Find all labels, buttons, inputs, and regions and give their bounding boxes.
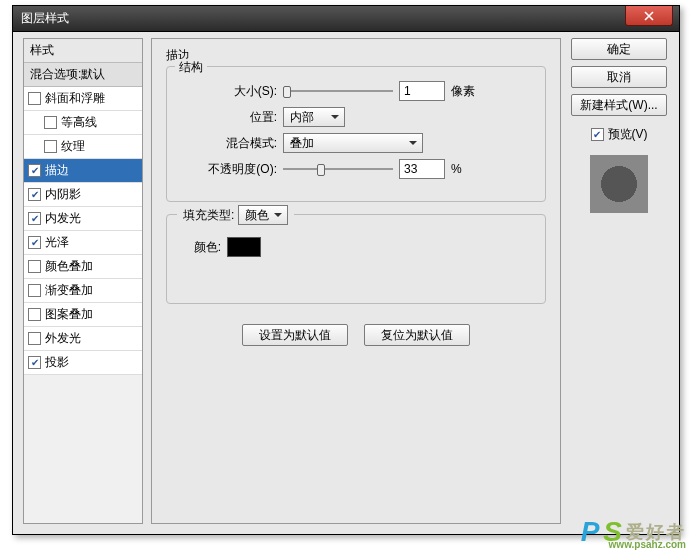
- cancel-button[interactable]: 取消: [571, 66, 667, 88]
- new-style-button[interactable]: 新建样式(W)...: [571, 94, 667, 116]
- size-slider[interactable]: [283, 82, 393, 100]
- style-item-label: 图案叠加: [45, 306, 93, 323]
- right-panel: 确定 取消 新建样式(W)... 预览(V): [569, 38, 669, 524]
- style-item-label: 颜色叠加: [45, 258, 93, 275]
- watermark: PS 爱好者 www.psahz.com: [581, 516, 686, 548]
- style-checkbox[interactable]: [28, 188, 41, 201]
- blendmode-label: 混合模式:: [181, 135, 277, 152]
- structure-legend: 结构: [175, 59, 207, 76]
- size-label: 大小(S):: [181, 83, 277, 100]
- style-item-label: 外发光: [45, 330, 81, 347]
- opacity-input[interactable]: 33: [399, 159, 445, 179]
- fill-fieldset: 填充类型: 颜色 颜色:: [166, 214, 546, 304]
- style-checkbox[interactable]: [28, 164, 41, 177]
- color-row: 颜色:: [181, 237, 531, 257]
- style-item-纹理[interactable]: 纹理: [24, 135, 142, 159]
- blendmode-select[interactable]: 叠加: [283, 133, 423, 153]
- style-checkbox[interactable]: [44, 116, 57, 129]
- color-swatch[interactable]: [227, 237, 261, 257]
- style-item-斜面和浮雕[interactable]: 斜面和浮雕: [24, 87, 142, 111]
- blending-options[interactable]: 混合选项:默认: [24, 63, 142, 87]
- style-item-label: 光泽: [45, 234, 69, 251]
- options-panel: 描边 结构 大小(S): 1 像素 位置: 内部: [151, 38, 561, 524]
- style-item-渐变叠加[interactable]: 渐变叠加: [24, 279, 142, 303]
- filltype-row: 填充类型: 颜色: [177, 205, 294, 225]
- watermark-url: www.psahz.com: [609, 539, 686, 550]
- close-icon: [644, 11, 654, 21]
- style-item-label: 投影: [45, 354, 69, 371]
- dialog-body: 样式 混合选项:默认 斜面和浮雕等高线纹理描边内阴影内发光光泽颜色叠加渐变叠加图…: [13, 32, 679, 534]
- style-item-图案叠加[interactable]: 图案叠加: [24, 303, 142, 327]
- close-button[interactable]: [625, 6, 673, 26]
- structure-fieldset: 结构 大小(S): 1 像素 位置: 内部 混合模式:: [166, 66, 546, 202]
- filltype-label: 填充类型:: [183, 207, 234, 224]
- style-item-颜色叠加[interactable]: 颜色叠加: [24, 255, 142, 279]
- opacity-slider[interactable]: [283, 160, 393, 178]
- style-checkbox[interactable]: [28, 236, 41, 249]
- title-bar[interactable]: 图层样式: [13, 6, 679, 32]
- style-item-label: 纹理: [61, 138, 85, 155]
- style-checkbox[interactable]: [28, 260, 41, 273]
- preview-row: 预览(V): [591, 126, 648, 143]
- style-item-光泽[interactable]: 光泽: [24, 231, 142, 255]
- window-title: 图层样式: [21, 10, 69, 27]
- bottom-buttons: 设置为默认值 复位为默认值: [166, 324, 546, 346]
- opacity-unit: %: [451, 162, 462, 176]
- style-checkbox[interactable]: [28, 308, 41, 321]
- style-checkbox[interactable]: [28, 92, 41, 105]
- reset-default-button[interactable]: 复位为默认值: [364, 324, 470, 346]
- style-item-内发光[interactable]: 内发光: [24, 207, 142, 231]
- style-item-label: 斜面和浮雕: [45, 90, 105, 107]
- position-select[interactable]: 内部: [283, 107, 345, 127]
- preview-checkbox[interactable]: [591, 128, 604, 141]
- ok-button[interactable]: 确定: [571, 38, 667, 60]
- style-item-label: 描边: [45, 162, 69, 179]
- style-item-label: 内发光: [45, 210, 81, 227]
- styles-header[interactable]: 样式: [24, 39, 142, 63]
- section-title: 描边: [166, 47, 546, 64]
- set-default-button[interactable]: 设置为默认值: [242, 324, 348, 346]
- position-row: 位置: 内部: [181, 107, 531, 127]
- style-checkbox[interactable]: [28, 332, 41, 345]
- style-item-描边[interactable]: 描边: [24, 159, 142, 183]
- position-label: 位置:: [181, 109, 277, 126]
- filltype-select[interactable]: 颜色: [238, 205, 288, 225]
- style-item-投影[interactable]: 投影: [24, 351, 142, 375]
- size-unit: 像素: [451, 83, 475, 100]
- opacity-row: 不透明度(O): 33 %: [181, 159, 531, 179]
- watermark-p: P: [581, 516, 600, 548]
- preview-label: 预览(V): [608, 126, 648, 143]
- style-checkbox[interactable]: [28, 284, 41, 297]
- opacity-label: 不透明度(O):: [181, 161, 277, 178]
- preview-thumbnail: [590, 155, 648, 213]
- style-item-label: 内阴影: [45, 186, 81, 203]
- style-item-label: 等高线: [61, 114, 97, 131]
- style-checkbox[interactable]: [28, 356, 41, 369]
- size-row: 大小(S): 1 像素: [181, 81, 531, 101]
- color-label: 颜色:: [181, 239, 221, 256]
- style-item-外发光[interactable]: 外发光: [24, 327, 142, 351]
- style-item-等高线[interactable]: 等高线: [24, 111, 142, 135]
- size-input[interactable]: 1: [399, 81, 445, 101]
- blendmode-row: 混合模式: 叠加: [181, 133, 531, 153]
- layer-style-dialog: 图层样式 样式 混合选项:默认 斜面和浮雕等高线纹理描边内阴影内发光光泽颜色叠加…: [12, 5, 680, 535]
- style-checkbox[interactable]: [28, 212, 41, 225]
- style-checkbox[interactable]: [44, 140, 57, 153]
- style-item-内阴影[interactable]: 内阴影: [24, 183, 142, 207]
- styles-list-panel: 样式 混合选项:默认 斜面和浮雕等高线纹理描边内阴影内发光光泽颜色叠加渐变叠加图…: [23, 38, 143, 524]
- style-item-label: 渐变叠加: [45, 282, 93, 299]
